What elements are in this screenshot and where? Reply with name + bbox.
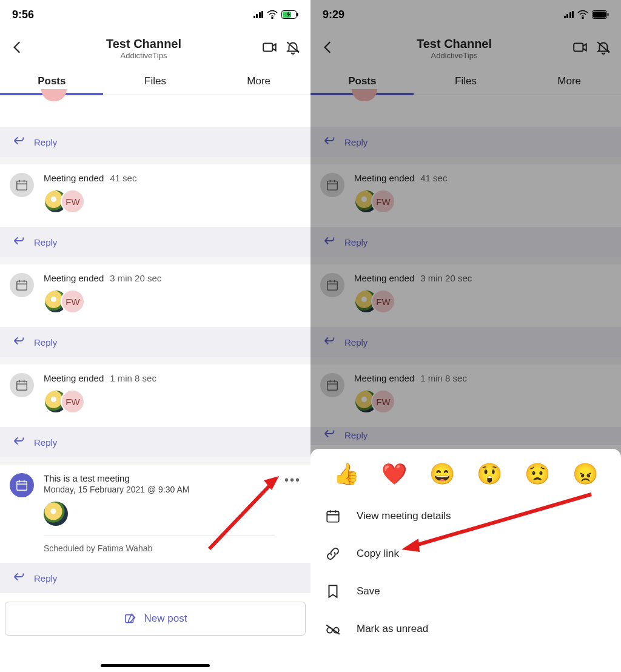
- reply-button[interactable]: Reply: [0, 327, 310, 357]
- menu-label: View meeting details: [357, 510, 451, 522]
- scheduled-by: Scheduled by Fatima Wahab: [44, 543, 275, 553]
- reply-icon: [12, 234, 25, 250]
- svg-rect-18: [17, 482, 27, 491]
- reply-label: Reply: [34, 437, 57, 448]
- svg-rect-14: [17, 381, 27, 391]
- status-bar: 9:56: [0, 0, 310, 29]
- reply-label: Reply: [34, 337, 57, 348]
- meeting-datetime: Monday, 15 February 2021 @ 9:30 AM: [44, 485, 275, 494]
- reply-icon: [12, 334, 25, 350]
- calendar-icon: [10, 373, 34, 397]
- partial-post: [0, 95, 310, 109]
- battery-charging-icon: [281, 10, 298, 19]
- screenshot-left: 9:56 Test Channel AddictiveTips Posts Fi…: [0, 0, 310, 672]
- reply-button[interactable]: Reply: [0, 227, 310, 257]
- status-time: 9:56: [12, 8, 34, 21]
- calendar-icon: [10, 473, 34, 497]
- copy-link-item[interactable]: Copy link: [323, 535, 609, 573]
- back-button[interactable]: [10, 39, 25, 58]
- reaction-heart[interactable]: ❤️: [381, 463, 407, 484]
- new-post-button[interactable]: New post: [5, 602, 306, 636]
- bookmark-icon: [325, 583, 341, 599]
- new-post-area: New post: [0, 593, 310, 644]
- attendees: FW: [44, 189, 301, 213]
- reply-button[interactable]: Reply: [0, 127, 310, 157]
- svg-rect-4: [263, 44, 272, 52]
- reaction-laugh[interactable]: 😄: [429, 463, 455, 484]
- calendar-icon: [10, 173, 34, 197]
- reply-button[interactable]: Reply: [0, 563, 310, 593]
- svg-rect-6: [17, 181, 27, 190]
- team-name: AddictiveTips: [33, 51, 255, 60]
- header-title-block: Test Channel AddictiveTips: [33, 37, 255, 60]
- mute-notifications-button[interactable]: [285, 39, 301, 58]
- signal-icon: [253, 11, 264, 18]
- video-call-button[interactable]: [262, 39, 278, 58]
- meeting-duration: 1 min 8 sec: [110, 373, 156, 383]
- calendar-icon: [325, 508, 341, 524]
- new-post-label: New post: [144, 613, 187, 625]
- header: Test Channel AddictiveTips: [0, 29, 310, 68]
- reply-label: Reply: [34, 573, 57, 583]
- status-icons: [253, 10, 299, 19]
- reaction-sad[interactable]: 😟: [525, 463, 550, 484]
- calendar-icon: [10, 273, 34, 297]
- reply-button[interactable]: Reply: [0, 427, 310, 457]
- avatar: [41, 89, 67, 101]
- avatar-initials: FW: [61, 189, 85, 213]
- reply-label: Reply: [34, 137, 57, 147]
- menu-label: Mark as unread: [357, 623, 428, 635]
- reaction-surprised[interactable]: 😲: [477, 463, 502, 484]
- reply-icon: [12, 434, 25, 450]
- reaction-angry[interactable]: 😠: [572, 463, 598, 484]
- meeting-ended-label: Meeting ended: [44, 273, 104, 283]
- avatar-initials: FW: [61, 389, 85, 414]
- mark-unread-item[interactable]: Mark as unread: [323, 610, 609, 648]
- divider: [44, 536, 275, 536]
- menu-label: Copy link: [357, 548, 399, 560]
- reply-icon: [12, 134, 25, 150]
- organizer-avatar: [44, 502, 68, 526]
- tab-files[interactable]: Files: [104, 68, 207, 95]
- avatar-initials: FW: [61, 289, 85, 314]
- svg-point-0: [272, 18, 273, 19]
- link-icon: [325, 546, 341, 562]
- meeting-duration: 3 min 20 sec: [110, 273, 161, 283]
- reply-label: Reply: [34, 237, 57, 247]
- screenshot-right: 9:29 Test Channel AddictiveTips Posts Fi…: [310, 0, 621, 672]
- svg-rect-3: [297, 13, 298, 16]
- home-indicator[interactable]: [101, 664, 210, 667]
- meeting-title: This is a test meeting: [44, 473, 275, 483]
- svg-rect-10: [17, 281, 27, 291]
- svg-rect-43: [327, 511, 339, 522]
- meeting-ended-label: Meeting ended: [44, 173, 104, 183]
- meeting-ended-post[interactable]: Meeting ended 3 min 20 sec FW: [0, 264, 310, 327]
- glasses-icon: [325, 621, 341, 637]
- scheduled-meeting-post[interactable]: This is a test meeting Monday, 15 Februa…: [0, 465, 310, 563]
- reply-icon: [12, 570, 25, 586]
- meeting-ended-label: Meeting ended: [44, 373, 104, 383]
- context-menu-sheet: 👍 ❤️ 😄 😲 😟 😠 View meeting details Copy l…: [310, 449, 621, 672]
- more-options-button[interactable]: •••: [284, 473, 301, 487]
- meeting-duration: 41 sec: [110, 173, 136, 183]
- reaction-like[interactable]: 👍: [334, 463, 359, 484]
- attendees: FW: [44, 389, 301, 414]
- save-item[interactable]: Save: [323, 573, 609, 610]
- view-meeting-details-item[interactable]: View meeting details: [323, 497, 609, 535]
- menu-label: Save: [357, 585, 380, 597]
- meeting-ended-post[interactable]: Meeting ended 41 sec FW: [0, 164, 310, 227]
- posts-feed[interactable]: Reply Meeting ended 41 sec FW Reply: [0, 95, 310, 644]
- wifi-icon: [267, 10, 278, 19]
- reactions-row: 👍 ❤️ 😄 😲 😟 😠: [323, 460, 609, 497]
- attendees: FW: [44, 289, 301, 314]
- channel-title: Test Channel: [33, 37, 255, 51]
- meeting-ended-post[interactable]: Meeting ended 1 min 8 sec FW: [0, 365, 310, 427]
- tab-more[interactable]: More: [207, 68, 310, 95]
